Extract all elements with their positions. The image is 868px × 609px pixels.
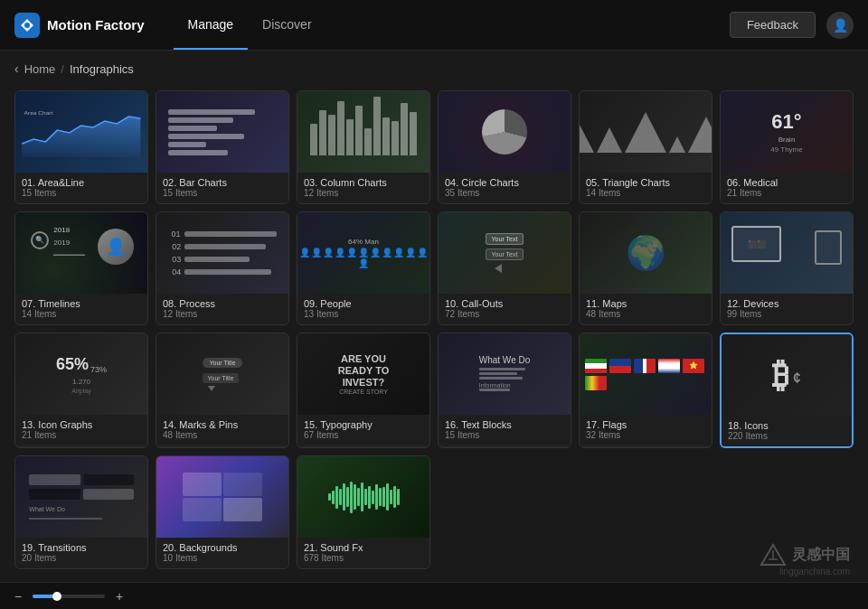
card-title-10: 10. Call-Outs [445, 298, 564, 309]
card-info-20: 20. Backgrounds 10 Items [156, 538, 288, 568]
card-title-13: 13. Icon Graphs [22, 419, 141, 430]
card-11[interactable]: 🌍 11. Maps 48 Items [579, 211, 712, 325]
card-info-16: 16. Text Blocks 15 Items [439, 415, 571, 445]
bottombar: − + [0, 582, 868, 609]
logo-area: Motion Factory [14, 13, 145, 38]
card-14[interactable]: Your Title Your Title 14. Marks & Pins 4… [156, 333, 289, 448]
card-title-6: 06. Medical [727, 177, 846, 188]
card-info-7: 07. Timelines 14 Items [15, 294, 147, 324]
card-count-13: 21 Items [22, 430, 141, 440]
watermark-text: 灵感中国 [792, 546, 850, 565]
card-10[interactable]: Your Text Your Text 10. Call-Outs 72 Ite… [438, 211, 571, 325]
card-count-12: 99 Items [727, 309, 846, 319]
card-thumbnail-12: ⬛⬛ [721, 212, 853, 294]
card-info-19: 19. Transitions 20 Items [15, 538, 147, 568]
breadcrumb-separator: / [61, 62, 64, 76]
card-count-11: 48 Items [586, 309, 705, 319]
breadcrumb-back-arrow[interactable]: ‹ [14, 61, 19, 76]
card-info-8: 08. Process 12 Items [156, 294, 288, 324]
card-15[interactable]: ARE YOUREADY TOINVEST? CREATE STORY 15. … [297, 333, 430, 448]
card-count-20: 10 Items [163, 553, 282, 563]
card-thumbnail-1: Area Chart [15, 91, 147, 173]
zoom-plus-button[interactable]: + [112, 589, 127, 604]
card-12[interactable]: ⬛⬛ 12. Devices 99 Items [720, 211, 854, 325]
card-title-2: 02. Bar Charts [163, 177, 282, 188]
card-count-9: 13 Items [304, 309, 423, 319]
card-20[interactable]: 20. Backgrounds 10 Items [156, 455, 289, 569]
card-count-4: 35 Items [445, 188, 564, 198]
card-info-15: 15. Typography 67 Items [297, 415, 429, 445]
card-21[interactable]: 21. Sound Fx 678 Items [297, 455, 430, 569]
card-info-17: 17. Flags 32 Items [580, 415, 712, 445]
card-count-2: 15 Items [163, 188, 282, 198]
card-info-10: 10. Call-Outs 72 Items [439, 294, 571, 324]
card-17[interactable]: ⭐ 17. Flags 32 Items [579, 333, 712, 448]
card-title-5: 05. Triangle Charts [586, 177, 705, 188]
card-thumbnail-2 [156, 91, 288, 173]
card-5[interactable]: 05. Triangle Charts 14 Items [579, 90, 712, 204]
card-4[interactable]: 04. Circle Charts 35 Items [438, 90, 571, 204]
card-9[interactable]: 64% Man 👤👤👤👤👤👤👤👤👤👤👤👤 09. People 13 Items [297, 211, 430, 325]
card-1[interactable]: Area Chart 01. Area&Line 15 Items [14, 90, 148, 204]
card-thumbnail-20 [156, 456, 288, 538]
card-count-6: 21 Items [727, 188, 846, 198]
card-thumbnail-10: Your Text Your Text [439, 212, 571, 294]
card-count-10: 72 Items [445, 309, 564, 319]
card-thumbnail-15: ARE YOUREADY TOINVEST? CREATE STORY [297, 333, 429, 415]
card-info-21: 21. Sound Fx 678 Items [297, 538, 429, 568]
card-count-16: 15 Items [445, 430, 564, 440]
card-thumbnail-5 [580, 91, 712, 173]
card-13[interactable]: 65% 73% 1.270 Airplay 13. Icon Graphs 21… [14, 333, 148, 448]
card-info-18: 18. Icons 220 Items [722, 416, 852, 446]
card-6[interactable]: 61° Brain 49 Thyme 06. Medical 21 Items [720, 90, 854, 204]
card-info-14: 14. Marks & Pins 48 Items [156, 415, 288, 445]
topbar-right: Feedback 👤 [730, 12, 854, 39]
card-info-9: 09. People 13 Items [297, 294, 429, 324]
watermark-logo-icon [760, 543, 787, 567]
card-info-2: 02. Bar Charts 15 Items [156, 173, 288, 203]
card-16[interactable]: What We Do Information 16. Text Blocks 1… [438, 333, 571, 448]
card-7[interactable]: 🔍 2018 2019 ━━━━━━━ 👤 07. Timelines 14 I… [14, 211, 148, 325]
app-title: Motion Factory [47, 17, 145, 33]
breadcrumb-home[interactable]: Home [24, 62, 56, 76]
card-19[interactable]: What We Do 19. Transitions 20 Items [14, 455, 148, 569]
card-thumbnail-19: What We Do [15, 456, 147, 538]
cards-grid: Area Chart 01. Area&Line 15 Items 02. Ba… [14, 90, 854, 569]
card-thumbnail-8: 01 02 03 04 [156, 212, 288, 294]
card-count-8: 12 Items [163, 309, 282, 319]
card-18[interactable]: ₿ ¢ 18. Icons 220 Items [720, 333, 854, 448]
card-thumbnail-16: What We Do Information [439, 333, 571, 415]
card-info-1: 01. Area&Line 15 Items [15, 173, 147, 203]
zoom-slider[interactable] [33, 595, 105, 598]
card-count-5: 14 Items [586, 188, 705, 198]
card-3[interactable]: 03. Column Charts 12 Items [297, 90, 430, 204]
card-title-3: 03. Column Charts [304, 177, 423, 188]
feedback-button[interactable]: Feedback [730, 12, 816, 38]
card-info-11: 11. Maps 48 Items [580, 294, 712, 324]
card-thumbnail-18: ₿ ¢ [722, 334, 852, 416]
card-8[interactable]: 01 02 03 04 08. Process 12 Items [156, 211, 289, 325]
card-count-19: 20 Items [22, 553, 141, 563]
zoom-slider-thumb [52, 592, 61, 601]
tab-discover[interactable]: Discover [248, 0, 326, 50]
card-title-19: 19. Transitions [22, 542, 141, 553]
card-title-20: 20. Backgrounds [163, 542, 282, 553]
svg-point-1 [24, 23, 30, 28]
card-count-1: 15 Items [22, 188, 141, 198]
card-title-1: 01. Area&Line [22, 177, 141, 188]
card-thumbnail-13: 65% 73% 1.270 Airplay [15, 333, 147, 415]
card-title-14: 14. Marks & Pins [163, 419, 282, 430]
card-2[interactable]: 02. Bar Charts 15 Items [156, 90, 289, 204]
card-title-21: 21. Sound Fx [304, 542, 423, 553]
zoom-minus-button[interactable]: − [11, 589, 25, 604]
card-thumbnail-11: 🌍 [580, 212, 712, 294]
topbar: Motion Factory Manage Discover Feedback … [0, 0, 868, 51]
card-count-15: 67 Items [304, 430, 423, 440]
card-title-15: 15. Typography [304, 419, 423, 430]
zoom-slider-fill [33, 595, 54, 598]
watermark-url: lingganchina.com [760, 567, 850, 576]
card-count-21: 678 Items [304, 553, 423, 563]
tab-manage[interactable]: Manage [174, 0, 249, 50]
card-info-5: 05. Triangle Charts 14 Items [580, 173, 712, 203]
user-avatar[interactable]: 👤 [826, 12, 854, 39]
